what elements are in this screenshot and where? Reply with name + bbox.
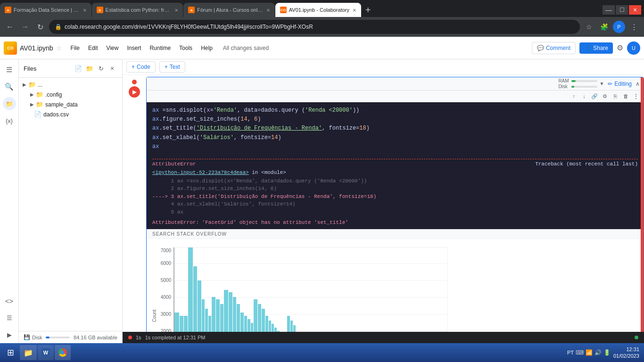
start-button[interactable]: ⊞: [2, 344, 19, 361]
profile-btn[interactable]: P: [613, 21, 625, 33]
tb-line-3: ----> 3 ax.set_title('Distribuição de Fr…: [152, 193, 638, 201]
maximize-btn[interactable]: ☐: [616, 5, 628, 15]
disk-usage-section: 💾 Disk 84.16 GB available: [19, 331, 122, 343]
comment-label: Comment: [546, 45, 570, 51]
settings-icon[interactable]: ⚙: [617, 43, 623, 52]
tab2-close[interactable]: ×: [175, 7, 179, 14]
file-item-dados[interactable]: 📄 dados.csv: [19, 109, 122, 119]
file-name: ...: [38, 82, 42, 88]
menu-view[interactable]: View: [103, 43, 123, 53]
sidebar-title: Files: [24, 65, 36, 72]
language-indicator: PT: [567, 350, 574, 355]
cell-actions-row: ↑ ↓ 🔗 ⚙ ⎘ 🗑 ⋮: [147, 90, 644, 102]
svg-rect-29: [174, 313, 179, 332]
strip-btn-vars[interactable]: {x}: [3, 114, 16, 127]
svg-rect-41: [224, 290, 228, 332]
extension-btn[interactable]: 🧩: [598, 21, 610, 33]
strip-btn-terminal[interactable]: ▶: [3, 328, 16, 341]
menu-edit[interactable]: Edit: [84, 43, 102, 53]
bookmark-btn[interactable]: ☆: [583, 21, 595, 33]
tab-4-active[interactable]: CO AV01.ipynb - Colaboratory ×: [275, 3, 361, 17]
code-line-3: ax.set_title('Distribuição de Frequência…: [152, 124, 638, 133]
strip-btn-table[interactable]: ☰: [3, 311, 16, 324]
comment-btn[interactable]: 💬 Comment: [532, 42, 576, 54]
refresh-btn[interactable]: ↻: [34, 21, 46, 33]
link-btn[interactable]: 🔗: [590, 91, 599, 101]
colab-filename: AV01.ipynb: [20, 44, 53, 52]
editing-status: ✏ Editing: [608, 81, 632, 87]
tab-3[interactable]: a Fórum | Alura - Cursos online de ×: [183, 3, 275, 17]
address-bar[interactable]: 🔒 colab.research.google.com/drive/1VVKKn…: [49, 20, 580, 34]
colab-star-icon[interactable]: ☆: [56, 44, 62, 52]
menu-tools[interactable]: Tools: [175, 43, 196, 53]
main-notebook: + Code + Text ▶: [123, 59, 644, 343]
chevron-right-icon: ▶: [23, 82, 26, 87]
colab-logo: CO: [4, 41, 17, 55]
menu-help[interactable]: Help: [197, 43, 216, 53]
minimize-btn[interactable]: —: [603, 5, 615, 15]
code-input[interactable]: ax =sns.displot(x='Renda', data=dados.qu…: [147, 102, 644, 155]
file-item-parent[interactable]: ▶ 📁 ...: [19, 80, 122, 90]
share-btn[interactable]: 👤 Share: [579, 42, 613, 54]
menu-file[interactable]: File: [67, 43, 83, 53]
move-down-btn[interactable]: ↓: [579, 91, 589, 101]
error-file-link[interactable]: <ipython-input-52-223a78c4deaa>: [152, 170, 249, 175]
strip-btn-files[interactable]: 📁: [3, 97, 16, 110]
add-text-btn[interactable]: + Text: [159, 61, 185, 73]
menu-btn[interactable]: ⋮: [628, 21, 640, 33]
run-cell-btn[interactable]: ▶: [129, 86, 140, 98]
tab1-close[interactable]: ×: [83, 7, 87, 14]
colab-menu: File Edit View Insert Runtime Tools Help: [67, 43, 216, 53]
search-stack-overflow-banner[interactable]: SEARCH STACK OVERFLOW: [147, 229, 644, 239]
strip-btn-menu[interactable]: ☰: [3, 63, 16, 76]
forward-btn[interactable]: →: [19, 21, 31, 33]
refresh-files-btn[interactable]: ↻: [96, 63, 106, 74]
error-file-link-line: <ipython-input-52-223a78c4deaa> in <modu…: [152, 170, 638, 175]
new-tab-btn[interactable]: +: [361, 3, 375, 17]
tab-2[interactable]: a Estatística com Python: frequênc ×: [92, 3, 183, 17]
avatar[interactable]: U: [627, 41, 640, 55]
close-btn[interactable]: ×: [629, 5, 641, 15]
settings-cell-btn[interactable]: ⚙: [600, 91, 610, 101]
error-dot: [132, 80, 137, 84]
folder-icon: 📁: [28, 81, 36, 88]
tab-1[interactable]: a Formação Data Science | Alura - ×: [0, 3, 91, 17]
file-item-sample[interactable]: ▶ 📁 sample_data: [19, 99, 122, 109]
upload-file-btn[interactable]: 📄: [73, 63, 83, 74]
clock-display[interactable]: 12:31 01/02/2023: [613, 346, 639, 360]
strip-btn-search[interactable]: 🔍: [3, 80, 16, 93]
sys-tray-icons: PT ⌨ 📶 🔊 🔋: [567, 349, 611, 356]
tab1-favicon: a: [5, 7, 11, 13]
file-item-config[interactable]: ▶ 📁 .config: [19, 90, 122, 99]
menu-insert[interactable]: Insert: [123, 43, 145, 53]
tab4-close[interactable]: ×: [353, 7, 356, 14]
disk-usage-label: Disk: [32, 335, 42, 340]
more-btn[interactable]: ⋮: [631, 91, 641, 101]
svg-rect-60: [287, 316, 290, 332]
back-btn[interactable]: ←: [4, 21, 16, 33]
browser-window: a Formação Data Science | Alura - × a Es…: [0, 0, 644, 362]
add-code-btn[interactable]: + Code: [126, 61, 156, 73]
upload-folder-btn[interactable]: 📁: [84, 63, 95, 74]
delete-btn[interactable]: 🗑: [621, 91, 630, 101]
svg-rect-45: [240, 313, 244, 332]
close-sidebar-btn[interactable]: ×: [107, 63, 117, 74]
tab3-close[interactable]: ×: [266, 7, 270, 14]
taskbar-word[interactable]: W: [38, 345, 54, 360]
svg-text:7000: 7000: [161, 248, 172, 253]
taskbar-file-explorer[interactable]: 📁: [20, 345, 37, 360]
sidebar-header: Files 📄 📁 ↻ ×: [19, 59, 122, 78]
taskbar-chrome[interactable]: [55, 345, 71, 360]
svg-rect-42: [229, 292, 232, 332]
svg-rect-35: [202, 299, 205, 332]
move-up-btn[interactable]: ↑: [569, 91, 578, 101]
folder-taskbar-icon: 📁: [24, 348, 33, 357]
code-line-1: ax =sns.displot(x='Renda', data=dados.qu…: [152, 106, 638, 115]
mirror-btn[interactable]: ⎘: [611, 91, 620, 101]
config-name: .config: [45, 91, 62, 98]
notebook-scroll[interactable]: ▶: [123, 75, 644, 332]
menu-runtime[interactable]: Runtime: [146, 43, 174, 53]
dropdown-runtime-btn[interactable]: ▼: [599, 81, 604, 86]
collapse-cell-btn[interactable]: ∧: [636, 81, 640, 87]
strip-btn-snippets[interactable]: <>: [3, 294, 16, 307]
